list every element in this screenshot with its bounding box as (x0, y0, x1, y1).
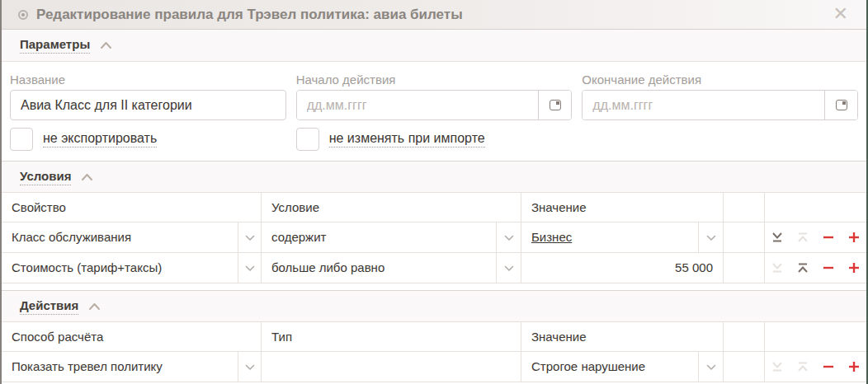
do-not-export-checkbox[interactable] (10, 128, 33, 151)
column-header-spacer (724, 193, 765, 222)
method-select-value[interactable]: Показать тревел политику (2, 352, 238, 382)
chevron-down-icon (245, 230, 255, 245)
property-select-toggle[interactable] (238, 222, 262, 253)
chevron-down-icon (706, 230, 716, 245)
remove-row-icon[interactable] (822, 360, 835, 373)
move-row-down-icon[interactable] (771, 360, 784, 373)
chevron-down-icon (504, 260, 514, 275)
row-actions (765, 222, 866, 253)
start-date-input[interactable] (297, 91, 539, 119)
value-link-text[interactable]: Бизнес (531, 230, 572, 244)
add-row-icon[interactable] (847, 360, 861, 373)
value-select-value[interactable]: Строгое нарушение (521, 352, 699, 382)
chevron-down-icon (245, 359, 255, 374)
property-select-value[interactable]: Стоимость (тариф+таксы) (2, 253, 238, 283)
start-date-label: Начало действия (296, 72, 573, 90)
actions-section-header[interactable]: Действия (2, 290, 866, 322)
end-date-field (582, 90, 858, 120)
method-select-toggle[interactable] (238, 352, 262, 382)
conditions-section-header[interactable]: Условия (2, 161, 866, 193)
row-actions (765, 253, 866, 283)
name-field-label: Название (10, 72, 286, 90)
move-row-down-icon[interactable] (771, 261, 784, 274)
column-header-actions (765, 193, 866, 222)
actions-table-header: Способ расчёта Тип Значение (2, 322, 866, 352)
condition-row: Класс обслуживания содержит Бизнес (2, 222, 866, 253)
parameters-section-title[interactable]: Параметры (20, 37, 90, 54)
actions-section-title[interactable]: Действия (20, 298, 78, 315)
conditions-section-title[interactable]: Условия (20, 169, 71, 185)
value-select-toggle[interactable] (699, 352, 724, 382)
circle-dot-icon (18, 10, 28, 20)
start-date-field (296, 90, 573, 120)
value-select-toggle[interactable] (699, 222, 724, 253)
column-header-value: Значение (521, 322, 724, 352)
condition-select-toggle[interactable] (497, 222, 521, 253)
column-header-property: Свойство (2, 193, 262, 222)
column-header-spacer (724, 322, 765, 352)
chevron-down-icon (245, 260, 255, 275)
property-select-value[interactable]: Класс обслуживания (2, 222, 238, 253)
spacer-cell (724, 352, 765, 382)
move-row-up-icon[interactable] (796, 360, 809, 373)
do-not-export-label[interactable]: не экспортировать (43, 131, 157, 148)
row-actions (765, 352, 866, 382)
column-header-condition: Условие (262, 193, 521, 222)
type-cell (262, 352, 521, 382)
name-input[interactable] (10, 90, 286, 120)
chevron-down-icon (706, 359, 716, 374)
dialog-titlebar: Редактирование правила для Трэвел полити… (2, 0, 866, 30)
end-date-input[interactable] (583, 91, 824, 119)
action-row: Показать тревел политику Строгое нарушен… (2, 352, 866, 382)
calendar-icon (836, 100, 847, 110)
parameters-fields: Название не экспортировать Начало действ… (2, 62, 866, 161)
condition-select-toggle[interactable] (497, 253, 521, 283)
calendar-icon (550, 100, 561, 110)
add-row-icon[interactable] (847, 231, 861, 244)
value-link: Бизнес (521, 222, 699, 253)
move-row-down-icon[interactable] (771, 231, 784, 244)
close-button[interactable]: ✕ (833, 5, 848, 23)
add-row-icon[interactable] (847, 261, 861, 274)
column-header-method: Способ расчёта (2, 322, 262, 352)
property-select-toggle[interactable] (238, 253, 262, 283)
conditions-table-header: Свойство Условие Значение (2, 193, 866, 222)
condition-select-value[interactable]: содержит (262, 222, 497, 253)
column-header-value: Значение (521, 193, 724, 222)
chevron-down-icon (504, 230, 514, 245)
column-header-type: Тип (262, 322, 521, 352)
spacer-cell (724, 253, 765, 283)
move-row-up-icon[interactable] (796, 261, 809, 274)
chevron-up-icon (100, 41, 112, 49)
chevron-up-icon (88, 302, 101, 311)
condition-select-value[interactable]: больше либо равно (262, 253, 497, 283)
end-date-label: Окончание действия (582, 72, 858, 90)
remove-row-icon[interactable] (822, 261, 835, 274)
move-row-up-icon[interactable] (796, 231, 809, 244)
end-date-calendar-button[interactable] (824, 91, 857, 119)
condition-row: Стоимость (тариф+таксы) больше либо равн… (2, 253, 866, 283)
value-number-input[interactable]: 55 000 (521, 253, 724, 283)
start-date-calendar-button[interactable] (538, 91, 571, 119)
column-header-actions (765, 322, 866, 352)
section-gap (2, 283, 866, 290)
parameters-section-header[interactable]: Параметры (2, 30, 866, 62)
spacer-cell (724, 222, 765, 253)
dialog-title: Редактирование правила для Трэвел полити… (36, 7, 463, 23)
do-not-change-on-import-checkbox[interactable] (296, 128, 319, 151)
do-not-change-on-import-label[interactable]: не изменять при импорте (329, 131, 485, 148)
remove-row-icon[interactable] (822, 231, 835, 244)
chevron-up-icon (81, 173, 93, 181)
